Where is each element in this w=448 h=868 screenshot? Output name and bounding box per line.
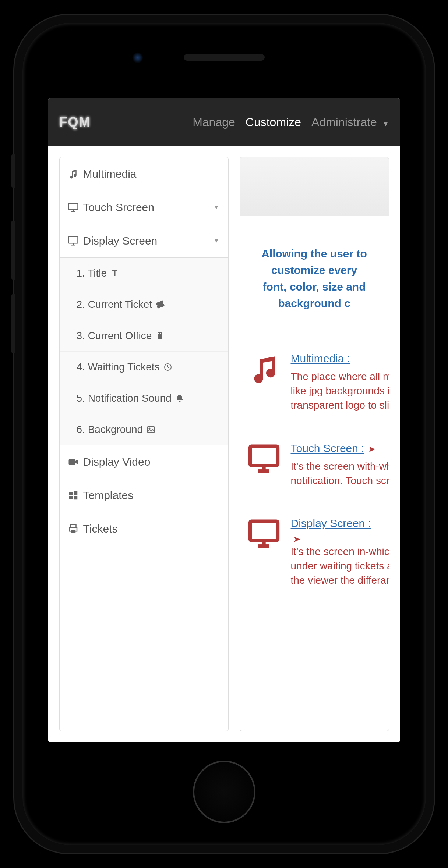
chevron-down-icon: ▼ <box>214 204 219 211</box>
info-block-display: Display Screen : ➤ It's the screen in-wh… <box>247 517 381 588</box>
info-block-touch: Touch Screen : ➤ It's the screen with-wh… <box>247 442 381 488</box>
sidebar-item-label: Multimedia <box>83 168 137 180</box>
windows-icon <box>68 490 79 501</box>
info-desc: like jpg backgrounds instead of <box>291 384 381 398</box>
nav-administrate[interactable]: Administrate ▼ <box>311 115 389 129</box>
info-desc: It's the screen with-which the c <box>291 459 381 473</box>
music-icon <box>247 352 281 385</box>
text-icon <box>110 269 119 278</box>
nav-administrate-label: Administrate <box>311 115 377 129</box>
print-icon <box>68 523 79 534</box>
sidebar-item-templates[interactable]: Templates <box>60 479 228 512</box>
svg-point-13 <box>149 428 150 429</box>
info-title-touch[interactable]: Touch Screen : <box>291 442 364 455</box>
sidebar-sub-current-office[interactable]: 3. Current Office <box>60 320 228 352</box>
svg-rect-23 <box>250 446 278 466</box>
svg-rect-6 <box>158 332 162 339</box>
volume-up-button <box>11 221 15 280</box>
sidebar-item-label: 3. Current Office <box>77 330 152 342</box>
svg-rect-9 <box>158 335 159 335</box>
desktop-icon <box>68 202 79 213</box>
svg-rect-26 <box>250 521 278 541</box>
svg-rect-3 <box>68 237 78 243</box>
main-pane: Allowing the user to customize every fon… <box>240 157 389 731</box>
info-title-display[interactable]: Display Screen : <box>291 517 371 530</box>
desktop-icon <box>247 517 281 550</box>
nav-customize[interactable]: Customize <box>246 115 301 129</box>
sidebar-item-label: Touch Srcreen <box>83 201 154 214</box>
sidebar-sub-notification-sound[interactable]: 5. Notification Sound <box>60 383 228 414</box>
sidebar-sub-background[interactable]: 6. Background <box>60 414 228 445</box>
content-row: Multimedia Touch Srcreen ▼ Display S <box>48 146 400 742</box>
brand-logo[interactable]: FQM <box>59 114 91 130</box>
video-icon <box>68 456 79 467</box>
sidebar-sub-waiting-tickets[interactable]: 4. Waitting Tickets <box>60 352 228 383</box>
nav-manage[interactable]: Manage <box>193 115 235 129</box>
sidebar-item-display-video[interactable]: Display Video <box>60 445 228 479</box>
divider <box>247 330 381 330</box>
chevron-down-icon: ▼ <box>382 120 389 128</box>
svg-rect-16 <box>69 492 73 495</box>
info-desc: the viewer the differance in-be <box>291 573 381 587</box>
svg-marker-15 <box>75 460 78 465</box>
info-desc: notification. Touch screen purp <box>291 473 381 488</box>
image-icon <box>147 425 155 434</box>
camera-icon <box>132 52 143 63</box>
sidebar-item-multimedia[interactable]: Multimedia <box>60 157 228 191</box>
phone-bezel: FQM Manage Customize Administrate ▼ Mult… <box>22 23 426 845</box>
svg-rect-0 <box>68 203 78 210</box>
sidebar-item-display-screen[interactable]: Display Screen ▼ <box>60 224 228 258</box>
sidebar-item-label: 4. Waitting Tickets <box>77 361 160 373</box>
ticket-icon <box>156 300 165 309</box>
pointer-icon: ➤ <box>293 534 300 544</box>
pointer-icon: ➤ <box>368 444 375 454</box>
main-header-bar <box>240 157 389 216</box>
music-icon <box>68 168 79 179</box>
info-desc: under waiting tickets and each <box>291 559 381 573</box>
sidebar-item-label: 5. Notification Sound <box>77 392 172 404</box>
home-button[interactable] <box>193 761 255 823</box>
sidebar: Multimedia Touch Srcreen ▼ Display S <box>59 157 229 731</box>
screen: FQM Manage Customize Administrate ▼ Mult… <box>48 98 400 742</box>
desktop-icon <box>247 442 281 475</box>
sidebar-item-label: Templates <box>83 489 134 502</box>
side-button <box>11 154 15 188</box>
svg-rect-19 <box>74 496 77 499</box>
sidebar-item-label: Tickets <box>83 523 118 535</box>
svg-rect-22 <box>71 530 75 533</box>
sidebar-item-label: 2. Current Ticket <box>77 299 152 310</box>
svg-rect-17 <box>74 491 77 495</box>
sidebar-sub-title[interactable]: 1. Title <box>60 258 228 289</box>
navbar: FQM Manage Customize Administrate ▼ <box>48 98 400 146</box>
info-desc: transparent logo to slides for ex <box>291 398 381 412</box>
sidebar-item-label: Display Screen <box>83 235 158 247</box>
building-icon <box>155 331 164 340</box>
svg-rect-7 <box>158 333 159 334</box>
svg-rect-18 <box>69 496 73 499</box>
sidebar-item-label: Display Video <box>83 456 151 468</box>
info-desc: It's the screen in-which tickets <box>291 544 381 559</box>
phone-frame: FQM Manage Customize Administrate ▼ Mult… <box>14 15 434 853</box>
sidebar-item-label: 1. Title <box>77 267 107 279</box>
chevron-down-icon: ▼ <box>214 238 219 244</box>
main-body: Allowing the user to customize every fon… <box>240 231 389 731</box>
svg-rect-8 <box>160 333 161 334</box>
info-title-multimedia[interactable]: Multimedia : <box>291 352 350 365</box>
info-desc: The place where all multimedia <box>291 369 381 384</box>
sidebar-sub-current-ticket[interactable]: 2. Current Ticket <box>60 289 228 320</box>
sidebar-item-tickets[interactable]: Tickets <box>60 512 228 545</box>
lead-line: font, color, size and background c <box>247 278 381 312</box>
lead-line: Allowing the user to customize every <box>247 245 381 278</box>
clock-icon <box>163 363 172 371</box>
svg-rect-14 <box>68 459 75 465</box>
lead-text: Allowing the user to customize every fon… <box>247 245 381 312</box>
sidebar-item-label: 6. Background <box>77 424 143 435</box>
svg-rect-10 <box>160 335 161 335</box>
bell-icon <box>175 394 184 403</box>
sidebar-item-touch-screen[interactable]: Touch Srcreen ▼ <box>60 191 228 224</box>
volume-down-button <box>11 294 15 353</box>
info-block-multimedia: Multimedia : The place where all multime… <box>247 352 381 413</box>
desktop-icon <box>68 235 79 246</box>
speaker-grill <box>184 54 265 61</box>
